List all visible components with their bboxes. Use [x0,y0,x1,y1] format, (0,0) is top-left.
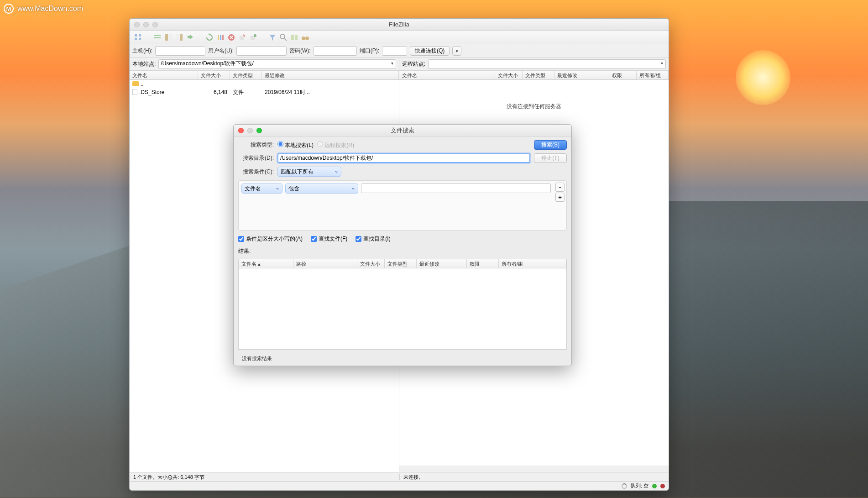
disconnect-icon[interactable] [237,32,247,42]
folder-icon [132,81,139,86]
svg-point-16 [254,34,256,37]
local-status: 1 个文件。大小总共: 6,148 字节 [133,474,399,480]
svg-rect-5 [154,37,161,38]
search-title: 文件搜索 [234,126,571,135]
remote-status: 未连接。 [399,474,665,480]
remote-site-label: 远程站点: [402,60,425,68]
svg-rect-10 [218,35,219,40]
search-type-label: 搜索类型: [238,141,274,149]
no-results-text: 没有搜索结果 [238,353,567,364]
local-search-radio[interactable]: 本地搜索(L) [277,141,314,149]
toggle-queue-icon[interactable] [185,32,195,42]
svg-rect-0 [135,34,137,37]
user-input[interactable] [236,46,287,56]
cond-value-input[interactable] [361,183,551,193]
refresh-icon[interactable] [204,32,214,42]
list-item: .DS_Store 6,148 文件 2019/06/24 11时... [130,88,399,96]
footer-bar: 队列: 空 [130,481,669,490]
host-input[interactable] [155,46,205,56]
password-label: 密码(W): [289,47,311,55]
search-icon[interactable] [278,32,288,42]
svg-rect-11 [220,35,221,40]
svg-point-21 [305,37,309,40]
site-logo-icon: M [4,4,14,14]
match-mode-select[interactable]: 匹配以下所有 [277,167,341,177]
quickconnect-button[interactable]: 快速连接(Q) [410,46,450,56]
activity-icon [622,483,627,489]
search-dialog: 文件搜索 搜索类型: 本地搜索(L) 远程搜索(R) 搜索(S) 搜索目录(D)… [233,124,572,366]
binoculars-icon[interactable] [300,32,310,42]
local-path-combo[interactable]: /Users/macdown/Desktop/软件下载包/ [158,59,396,69]
toggle-log-icon[interactable] [152,32,162,42]
remote-scrollbar[interactable] [399,466,669,472]
user-label: 用户名(U): [208,47,234,55]
remote-search-radio[interactable]: 远程搜索(R) [317,141,354,149]
cond-op-select[interactable]: 包含 [285,183,358,194]
search-dir-input[interactable] [277,153,530,163]
remote-columns[interactable]: 文件名 文件大小 文件类型 最近修改 权限 所有者/组 [399,71,669,80]
toggle-local-tree-icon[interactable] [163,32,173,42]
case-sensitive-checkbox[interactable]: 条件是区分大小写的(A) [238,235,303,243]
quickconnect-history-dropdown[interactable]: ▾ [452,46,461,56]
password-input[interactable] [314,46,357,56]
site-manager-icon[interactable] [133,32,143,42]
svg-point-20 [302,37,305,40]
port-input[interactable] [382,46,407,56]
window-title: FileZilla [130,21,669,28]
find-files-checkbox[interactable]: 查找文件(F) [311,235,347,243]
search-titlebar[interactable]: 文件搜索 [234,125,571,136]
add-cond-button[interactable]: + [555,193,565,202]
svg-rect-7 [169,34,172,41]
results-label: 结果: [238,247,567,255]
local-site-label: 本地站点: [132,60,156,68]
conditions-box: 文件名 包含 - + [238,180,567,231]
find-dirs-checkbox[interactable]: 查找目录(I) [356,235,390,243]
svg-point-17 [280,34,285,39]
search-dir-label: 搜索目录(D): [238,154,274,162]
svg-rect-19 [295,35,298,40]
local-columns[interactable]: 文件名 文件大小 文件类型 最近修改 [130,71,399,80]
svg-rect-18 [291,35,294,40]
quickconnect-bar: 主机(H): 用户名(U): 密码(W): 端口(P): 快速连接(Q) ▾ [130,44,669,58]
cancel-icon[interactable] [226,32,236,42]
host-label: 主机(H): [132,47,152,55]
svg-rect-9 [180,34,183,41]
remote-path-combo[interactable] [428,59,666,69]
search-button[interactable]: 搜索(S) [534,140,567,150]
remove-cond-button[interactable]: - [555,183,565,192]
svg-rect-1 [135,38,137,40]
status-bar: 1 个文件。大小总共: 6,148 字节 未连接。 [130,472,669,481]
queue-status: 队列: 空 [631,482,648,489]
svg-rect-12 [222,35,224,40]
svg-rect-8 [176,34,179,41]
main-titlebar[interactable]: FileZilla [130,19,669,31]
cond-field-select[interactable]: 文件名 [241,183,282,194]
svg-rect-14 [240,36,244,40]
status-dot-green-icon [652,484,657,488]
filter-icon[interactable] [267,32,277,42]
status-dot-red-icon [660,484,665,488]
compare-icon[interactable] [289,32,299,42]
process-queue-icon[interactable] [215,32,225,42]
search-cond-label: 搜索条件(C): [238,168,274,176]
file-icon [132,89,137,95]
svg-rect-2 [139,34,141,37]
toolbar [130,31,669,44]
watermark-url: www.MacDown.com [17,5,83,13]
svg-rect-6 [165,34,168,41]
svg-rect-3 [139,38,141,40]
stop-button[interactable]: 停止(T) [534,153,567,163]
svg-rect-4 [154,35,161,36]
list-item: .. [130,80,399,88]
watermark: M www.MacDown.com [4,4,83,14]
port-label: 端口(P): [360,47,379,55]
toggle-remote-tree-icon[interactable] [174,32,184,42]
reconnect-icon[interactable] [248,32,258,42]
results-list[interactable]: 文件名 ▴ 路径 文件大小 文件类型 最近修改 权限 所有者/组 [238,259,567,350]
